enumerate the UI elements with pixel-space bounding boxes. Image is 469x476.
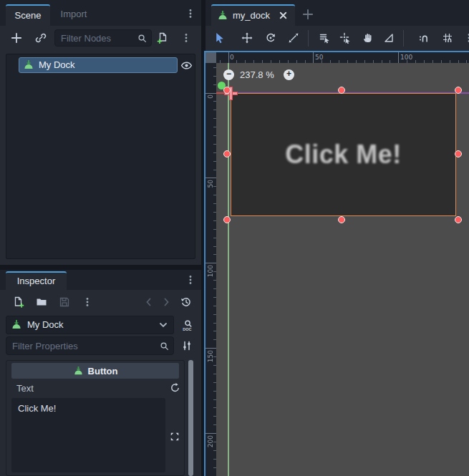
zoom-in-button[interactable]: + <box>284 69 294 80</box>
history-button[interactable] <box>177 293 195 311</box>
class-section-header[interactable]: Button <box>11 363 179 379</box>
three-dots-icon <box>185 8 196 19</box>
tab-my-dock-scene[interactable]: my_dock <box>211 4 295 26</box>
button-node-icon <box>73 366 84 377</box>
save-resource-button[interactable] <box>55 293 74 311</box>
grid-snap-button[interactable] <box>438 29 457 47</box>
revert-property-button[interactable] <box>167 379 183 395</box>
scene-tree-options-button[interactable] <box>177 29 195 47</box>
close-icon[interactable] <box>278 10 289 21</box>
rotate-mode-button[interactable] <box>261 29 280 47</box>
ruler-mode-button[interactable] <box>379 29 398 47</box>
rotate-icon <box>265 32 276 44</box>
zoom-out-button[interactable]: − <box>223 69 234 80</box>
selection-handle-top-mid[interactable] <box>338 87 345 94</box>
ruler-left[interactable]: 0 50 100 150 200 <box>206 63 216 476</box>
pivot-mode-button[interactable] <box>336 29 354 47</box>
scale-mode-button[interactable] <box>284 29 303 47</box>
scene-tab-label: my_dock <box>233 6 270 26</box>
button-node-icon <box>217 10 228 21</box>
scene-dock: Scene Import My Dock <box>0 0 201 265</box>
scene-dock-menu-button[interactable] <box>181 4 200 23</box>
inspector-menu-button[interactable] <box>181 271 200 289</box>
pivot-icon <box>339 32 351 44</box>
selection-handle-mid-left[interactable] <box>223 150 231 157</box>
scene-tree-panel[interactable]: My Dock <box>6 54 195 259</box>
link-icon <box>35 32 47 44</box>
search-icon <box>137 33 148 44</box>
instantiate-scene-button[interactable] <box>32 29 50 47</box>
expand-icon <box>170 432 180 442</box>
chevron-left-icon <box>143 296 155 308</box>
scrollbar-thumb[interactable] <box>188 360 193 476</box>
folder-icon <box>36 296 47 308</box>
ruler-label: 0 <box>230 54 234 61</box>
plus-icon <box>10 31 23 44</box>
scale-icon <box>288 32 299 44</box>
new-resource-button[interactable] <box>9 293 28 311</box>
inspector-scrollbar[interactable] <box>188 360 193 476</box>
resource-options-button[interactable] <box>78 293 97 311</box>
property-tools-button[interactable] <box>178 336 196 355</box>
new-resource-icon <box>13 296 24 308</box>
selection-handle-mid-right[interactable] <box>455 150 462 157</box>
magnet-icon <box>418 32 430 44</box>
visibility-toggle-button[interactable] <box>177 56 195 74</box>
property-label-text: Text <box>16 383 34 394</box>
chevron-right-icon <box>160 296 172 308</box>
editor-area: my_dock <box>206 0 469 476</box>
tune-icon <box>181 340 193 351</box>
button-preview[interactable]: Click Me! <box>231 93 456 216</box>
three-dots-icon <box>180 32 192 44</box>
selection-handle-bottom-left[interactable] <box>223 216 231 223</box>
selection-handle-bottom-right[interactable] <box>455 216 462 223</box>
open-documentation-button[interactable]: DOC <box>178 316 196 334</box>
new-scene-tab-button[interactable] <box>299 5 317 24</box>
snapping-options-button[interactable] <box>460 29 469 47</box>
three-dots-icon <box>185 274 196 286</box>
scene-dock-tabbar: Scene Import <box>0 0 201 26</box>
tab-scene[interactable]: Scene <box>6 4 50 26</box>
select-mode-button[interactable] <box>210 29 228 47</box>
history-forward-button[interactable] <box>157 293 175 311</box>
selected-node-label: My Dock <box>27 316 64 334</box>
move-mode-button[interactable] <box>238 29 256 47</box>
doc-search-icon: DOC <box>181 319 193 331</box>
godot-editor: { "scene_dock": { "tabs": [ { "label": "… <box>0 0 469 476</box>
text-property-input[interactable]: Click Me! <box>11 398 165 472</box>
three-dots-icon <box>463 32 469 44</box>
load-resource-button[interactable] <box>32 293 51 311</box>
save-icon <box>59 296 70 308</box>
selection-handle-top-left[interactable] <box>223 87 231 94</box>
pan-mode-button[interactable] <box>358 29 377 47</box>
filter-properties-input[interactable] <box>12 337 155 354</box>
hand-icon <box>362 32 373 44</box>
selection-handle-top-right[interactable] <box>455 87 462 94</box>
three-dots-icon <box>82 296 93 308</box>
tab-import[interactable]: Import <box>50 4 97 26</box>
filter-nodes-input[interactable] <box>61 30 132 46</box>
tab-inspector[interactable]: Inspector <box>6 271 67 290</box>
list-select-icon <box>319 32 330 44</box>
properties-panel: Button Text Click Me! <box>6 360 185 476</box>
expand-text-editor-button[interactable] <box>167 429 183 445</box>
history-back-button[interactable] <box>140 293 158 311</box>
toolbar-separator <box>403 30 404 47</box>
canvas-2d[interactable]: Click Me! − 237.8 % + <box>216 63 469 476</box>
selection-handle-bottom-mid[interactable] <box>338 216 345 223</box>
node-selector[interactable]: My Dock <box>6 316 174 334</box>
attach-script-button[interactable] <box>153 29 172 47</box>
section-header-label: Button <box>88 366 118 377</box>
select-arrow-icon <box>213 32 226 44</box>
move-icon <box>241 32 253 44</box>
tree-row-my-dock[interactable]: My Dock <box>19 57 178 73</box>
revert-icon <box>170 382 180 393</box>
zoom-level-label[interactable]: 237.8 % <box>240 69 274 80</box>
list-select-button[interactable] <box>315 29 334 47</box>
ruler-top[interactable]: 0 50 100 <box>216 52 469 63</box>
add-node-button[interactable] <box>7 29 26 47</box>
inspector-tabbar: Inspector <box>0 270 201 290</box>
button-node-icon <box>23 59 34 71</box>
y-axis-line <box>228 63 229 476</box>
smart-snap-button[interactable] <box>415 29 433 47</box>
